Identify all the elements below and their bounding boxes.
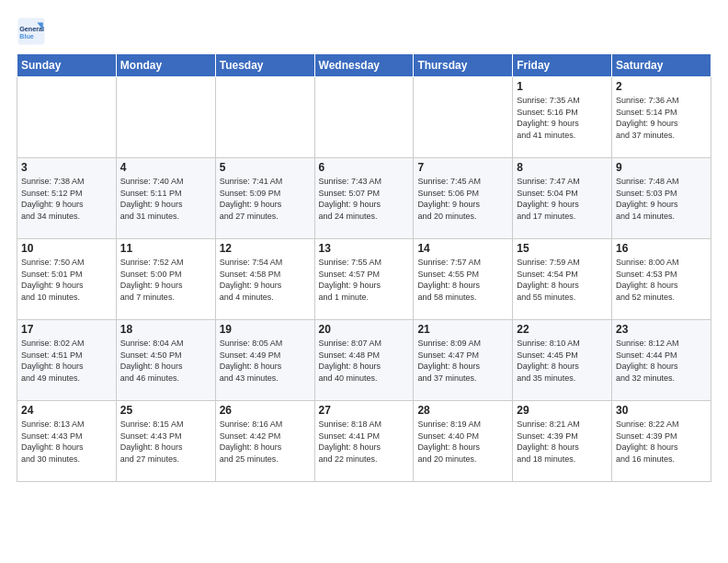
- day-content: Sunrise: 7:43 AM Sunset: 5:07 PM Dayligh…: [319, 176, 410, 222]
- calendar-cell: 15Sunrise: 7:59 AM Sunset: 4:54 PM Dayli…: [513, 239, 612, 320]
- day-content: Sunrise: 8:10 AM Sunset: 4:45 PM Dayligh…: [517, 338, 608, 384]
- calendar-cell: 30Sunrise: 8:22 AM Sunset: 4:39 PM Dayli…: [612, 401, 711, 482]
- day-number: 23: [616, 323, 707, 336]
- day-content: Sunrise: 8:13 AM Sunset: 4:43 PM Dayligh…: [21, 419, 112, 465]
- calendar-cell: 14Sunrise: 7:57 AM Sunset: 4:55 PM Dayli…: [414, 239, 513, 320]
- day-content: Sunrise: 8:00 AM Sunset: 4:53 PM Dayligh…: [616, 257, 707, 303]
- calendar-cell: 19Sunrise: 8:05 AM Sunset: 4:49 PM Dayli…: [215, 320, 314, 401]
- calendar-cell: 8Sunrise: 7:47 AM Sunset: 5:04 PM Daylig…: [513, 158, 612, 239]
- calendar-cell: 1Sunrise: 7:35 AM Sunset: 5:16 PM Daylig…: [513, 77, 612, 158]
- day-content: Sunrise: 8:19 AM Sunset: 4:40 PM Dayligh…: [417, 419, 508, 465]
- day-number: 6: [319, 161, 410, 174]
- calendar-cell: [215, 77, 314, 158]
- day-number: 24: [21, 404, 112, 417]
- day-content: Sunrise: 7:52 AM Sunset: 5:00 PM Dayligh…: [120, 257, 211, 303]
- calendar-cell: 25Sunrise: 8:15 AM Sunset: 4:43 PM Dayli…: [116, 401, 215, 482]
- calendar-header-sunday: Sunday: [17, 54, 117, 77]
- day-number: 19: [220, 323, 311, 336]
- calendar-cell: 20Sunrise: 8:07 AM Sunset: 4:48 PM Dayli…: [314, 320, 414, 401]
- calendar-cell: 22Sunrise: 8:10 AM Sunset: 4:45 PM Dayli…: [513, 320, 612, 401]
- day-number: 29: [517, 404, 608, 417]
- day-content: Sunrise: 8:12 AM Sunset: 4:44 PM Dayligh…: [616, 338, 707, 384]
- day-number: 11: [120, 242, 211, 255]
- day-number: 1: [517, 80, 608, 93]
- calendar-cell: 28Sunrise: 8:19 AM Sunset: 4:40 PM Dayli…: [414, 401, 513, 482]
- calendar-cell: 13Sunrise: 7:55 AM Sunset: 4:57 PM Dayli…: [314, 239, 414, 320]
- calendar-cell: 29Sunrise: 8:21 AM Sunset: 4:39 PM Dayli…: [513, 401, 612, 482]
- day-number: 14: [417, 242, 508, 255]
- calendar-header-thursday: Thursday: [414, 54, 513, 77]
- calendar-cell: 7Sunrise: 7:45 AM Sunset: 5:06 PM Daylig…: [414, 158, 513, 239]
- day-number: 18: [120, 323, 211, 336]
- day-number: 8: [517, 161, 608, 174]
- calendar-week-5: 24Sunrise: 8:13 AM Sunset: 4:43 PM Dayli…: [17, 401, 711, 482]
- day-content: Sunrise: 7:55 AM Sunset: 4:57 PM Dayligh…: [319, 257, 410, 303]
- calendar-cell: 10Sunrise: 7:50 AM Sunset: 5:01 PM Dayli…: [17, 239, 117, 320]
- calendar-week-4: 17Sunrise: 8:02 AM Sunset: 4:51 PM Dayli…: [17, 320, 711, 401]
- day-number: 15: [517, 242, 608, 255]
- day-number: 22: [517, 323, 608, 336]
- day-number: 5: [220, 161, 311, 174]
- day-content: Sunrise: 7:54 AM Sunset: 4:58 PM Dayligh…: [220, 257, 311, 303]
- day-number: 20: [319, 323, 410, 336]
- day-content: Sunrise: 8:16 AM Sunset: 4:42 PM Dayligh…: [220, 419, 311, 465]
- day-number: 28: [417, 404, 508, 417]
- day-content: Sunrise: 7:48 AM Sunset: 5:03 PM Dayligh…: [616, 176, 707, 222]
- calendar-header-row: SundayMondayTuesdayWednesdayThursdayFrid…: [17, 54, 711, 77]
- day-content: Sunrise: 7:41 AM Sunset: 5:09 PM Dayligh…: [220, 176, 311, 222]
- calendar-cell: [414, 77, 513, 158]
- calendar-cell: 16Sunrise: 8:00 AM Sunset: 4:53 PM Dayli…: [612, 239, 711, 320]
- day-number: 27: [319, 404, 410, 417]
- day-number: 4: [120, 161, 211, 174]
- calendar-cell: 4Sunrise: 7:40 AM Sunset: 5:11 PM Daylig…: [116, 158, 215, 239]
- day-content: Sunrise: 8:15 AM Sunset: 4:43 PM Dayligh…: [120, 419, 211, 465]
- calendar-header-monday: Monday: [116, 54, 215, 77]
- page: General Blue SundayMondayTuesdayWednesda…: [0, 0, 728, 491]
- day-number: 30: [616, 404, 707, 417]
- day-content: Sunrise: 7:38 AM Sunset: 5:12 PM Dayligh…: [21, 176, 112, 222]
- day-content: Sunrise: 8:21 AM Sunset: 4:39 PM Dayligh…: [517, 419, 608, 465]
- calendar-cell: 18Sunrise: 8:04 AM Sunset: 4:50 PM Dayli…: [116, 320, 215, 401]
- calendar-header-tuesday: Tuesday: [215, 54, 314, 77]
- day-number: 17: [21, 323, 112, 336]
- day-content: Sunrise: 7:35 AM Sunset: 5:16 PM Dayligh…: [517, 95, 608, 141]
- calendar-cell: 11Sunrise: 7:52 AM Sunset: 5:00 PM Dayli…: [116, 239, 215, 320]
- day-number: 26: [220, 404, 311, 417]
- calendar-cell: 27Sunrise: 8:18 AM Sunset: 4:41 PM Dayli…: [314, 401, 414, 482]
- calendar-week-2: 3Sunrise: 7:38 AM Sunset: 5:12 PM Daylig…: [17, 158, 711, 239]
- calendar-cell: 12Sunrise: 7:54 AM Sunset: 4:58 PM Dayli…: [215, 239, 314, 320]
- day-content: Sunrise: 8:02 AM Sunset: 4:51 PM Dayligh…: [21, 338, 112, 384]
- calendar-header-wednesday: Wednesday: [314, 54, 414, 77]
- calendar-cell: 23Sunrise: 8:12 AM Sunset: 4:44 PM Dayli…: [612, 320, 711, 401]
- calendar-header-friday: Friday: [513, 54, 612, 77]
- calendar-cell: 3Sunrise: 7:38 AM Sunset: 5:12 PM Daylig…: [17, 158, 117, 239]
- day-content: Sunrise: 8:07 AM Sunset: 4:48 PM Dayligh…: [319, 338, 410, 384]
- day-number: 21: [417, 323, 508, 336]
- day-content: Sunrise: 8:05 AM Sunset: 4:49 PM Dayligh…: [220, 338, 311, 384]
- calendar-cell: 21Sunrise: 8:09 AM Sunset: 4:47 PM Dayli…: [414, 320, 513, 401]
- day-content: Sunrise: 7:36 AM Sunset: 5:14 PM Dayligh…: [616, 95, 707, 141]
- day-content: Sunrise: 8:22 AM Sunset: 4:39 PM Dayligh…: [616, 419, 707, 465]
- calendar-cell: [116, 77, 215, 158]
- day-number: 25: [120, 404, 211, 417]
- day-number: 9: [616, 161, 707, 174]
- calendar-cell: 9Sunrise: 7:48 AM Sunset: 5:03 PM Daylig…: [612, 158, 711, 239]
- day-content: Sunrise: 7:40 AM Sunset: 5:11 PM Dayligh…: [120, 176, 211, 222]
- day-number: 16: [616, 242, 707, 255]
- header: General Blue: [17, 17, 711, 46]
- calendar-cell: 6Sunrise: 7:43 AM Sunset: 5:07 PM Daylig…: [314, 158, 414, 239]
- calendar-cell: [314, 77, 414, 158]
- day-number: 7: [417, 161, 508, 174]
- logo: General Blue: [17, 17, 50, 46]
- calendar-week-3: 10Sunrise: 7:50 AM Sunset: 5:01 PM Dayli…: [17, 239, 711, 320]
- day-number: 10: [21, 242, 112, 255]
- calendar-cell: [17, 77, 117, 158]
- calendar-table: SundayMondayTuesdayWednesdayThursdayFrid…: [17, 53, 711, 482]
- calendar-cell: 24Sunrise: 8:13 AM Sunset: 4:43 PM Dayli…: [17, 401, 117, 482]
- day-content: Sunrise: 7:50 AM Sunset: 5:01 PM Dayligh…: [21, 257, 112, 303]
- day-number: 13: [319, 242, 410, 255]
- calendar-header-saturday: Saturday: [612, 54, 711, 77]
- day-content: Sunrise: 7:59 AM Sunset: 4:54 PM Dayligh…: [517, 257, 608, 303]
- logo-icon: General Blue: [17, 17, 46, 46]
- day-number: 12: [220, 242, 311, 255]
